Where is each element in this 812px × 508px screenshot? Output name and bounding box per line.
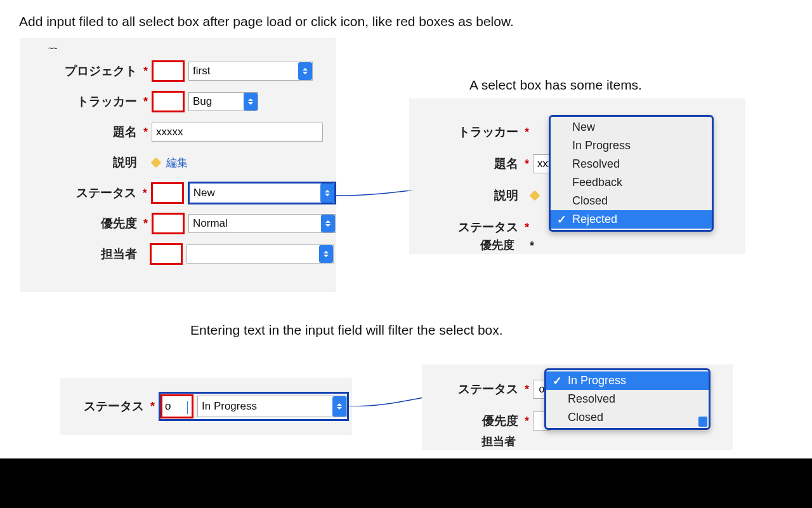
required-asterisk: *	[143, 126, 148, 139]
select-project-value: first	[189, 65, 298, 77]
dropdown-item-inprogress[interactable]: In Progress	[546, 371, 709, 390]
select-arrow-icon	[244, 93, 258, 110]
required-asterisk: *	[525, 383, 529, 396]
label-status: ステータス	[20, 185, 140, 201]
required-asterisk: *	[143, 187, 147, 200]
select-arrow-icon	[320, 184, 334, 203]
row-assignee: 担当者	[20, 239, 336, 269]
label-assignee-d-cut: 担当者	[481, 434, 516, 449]
intro-text: Add input filed to all select box after …	[19, 14, 514, 29]
dropdown-scroll-arrow-icon	[698, 417, 707, 427]
select-status-c-value: In Progress	[198, 400, 332, 413]
dropdown-item-resolved[interactable]: Resolved	[546, 390, 709, 408]
row-description: 説明 編集	[20, 147, 336, 178]
label-assignee: 担当者	[20, 246, 141, 262]
required-asterisk: *	[525, 126, 529, 139]
dropdown-status-all[interactable]: New In Progress Resolved Feedback Closed…	[549, 115, 714, 232]
label-priority-d: 優先度	[422, 413, 522, 429]
label-priority: 優先度	[20, 215, 141, 232]
pencil-icon[interactable]	[531, 190, 541, 201]
dropdown-item-resolved[interactable]: Resolved	[551, 155, 712, 173]
label-status-b: ステータス	[409, 219, 522, 236]
bottom-black-bar	[0, 458, 812, 508]
select-status-value: New	[190, 187, 320, 199]
filter-input-priority[interactable]	[152, 213, 185, 234]
select-arrow-icon	[298, 62, 312, 80]
dropdown-item-closed[interactable]: Closed	[551, 192, 712, 210]
required-asterisk: *	[525, 415, 529, 428]
row-priority: 優先度 * Normal	[20, 208, 336, 239]
dropdown-item-closed[interactable]: Closed	[546, 408, 709, 427]
select-tracker[interactable]: Bug	[188, 92, 258, 111]
select-assignee[interactable]	[187, 244, 334, 264]
select-arrow-icon	[319, 245, 333, 263]
filter-input-assignee[interactable]	[150, 243, 183, 265]
dropdown-scroll-arrow-icon	[698, 371, 707, 382]
dropdown-item-feedback[interactable]: Feedback	[551, 173, 712, 192]
dropdown-item-inprogress[interactable]: In Progress	[551, 137, 712, 155]
select-priority[interactable]: Normal	[188, 214, 336, 233]
label-project: プロジェクト	[20, 63, 141, 79]
required-asterisk: *	[143, 217, 148, 231]
dropdown-scroll-arrow-icon	[700, 216, 710, 229]
status-filter-select-wrap: o In Progress	[159, 392, 349, 421]
label-subject-b: 題名	[409, 156, 522, 172]
filter-input-value: o	[165, 400, 171, 413]
select-arrow-icon	[321, 215, 335, 232]
filter-input-project[interactable]	[152, 60, 185, 82]
panel-a-ellipsis: ~~	[48, 43, 56, 53]
filter-input-status-c[interactable]: o	[160, 394, 193, 418]
dropdown-item-new[interactable]: New	[551, 118, 712, 137]
required-asterisk: *	[143, 95, 148, 109]
label-description-b: 説明	[409, 187, 522, 204]
select-project[interactable]: first	[188, 62, 313, 81]
required-asterisk: *	[150, 400, 155, 413]
row-project: プロジェクト * first	[20, 56, 336, 86]
edit-link[interactable]: 編集	[166, 156, 188, 170]
select-status[interactable]: New	[188, 182, 336, 204]
select-arrow-icon	[332, 396, 346, 417]
dropdown-item-rejected[interactable]: Rejected	[551, 210, 712, 229]
select-status-c[interactable]: In Progress	[197, 396, 347, 417]
dropdown-status-filtered[interactable]: In Progress Resolved Closed	[544, 368, 710, 430]
pencil-icon[interactable]	[152, 157, 162, 168]
label-status-d: ステータス	[422, 381, 522, 398]
row-subject: 題名 * xxxxx	[20, 117, 336, 147]
label-status-c: ステータス	[60, 398, 148, 415]
label-tracker: トラッカー	[20, 93, 141, 110]
input-subject[interactable]: xxxxx	[152, 123, 323, 142]
row-tracker: トラッカー * Bug	[20, 86, 336, 117]
label-priority-b-cut: 優先度	[480, 237, 514, 253]
label-subject: 題名	[20, 124, 141, 140]
filter-input-status[interactable]	[151, 182, 184, 204]
required-asterisk: *	[525, 157, 529, 171]
caption-select-has-items: A select box has some items.	[469, 77, 642, 93]
filter-input-tracker[interactable]	[152, 91, 185, 112]
row-status: ステータス * New	[20, 178, 336, 208]
label-description: 説明	[20, 154, 141, 171]
form-panel-c: ステータス * o In Progress	[60, 378, 352, 435]
caption-filter-explain: Entering text in the input field will fi…	[190, 323, 503, 338]
form-panel-a: ~~ プロジェクト * first トラッカー * Bug 題名 * xxxxx…	[20, 38, 336, 292]
label-tracker-b: トラッカー	[409, 124, 522, 140]
text-caret-icon	[187, 401, 188, 414]
select-priority-value: Normal	[189, 217, 321, 230]
required-asterisk: *	[525, 221, 529, 234]
required-asterisk: *	[530, 239, 534, 253]
select-tracker-value: Bug	[189, 95, 244, 108]
required-asterisk: *	[143, 65, 148, 78]
